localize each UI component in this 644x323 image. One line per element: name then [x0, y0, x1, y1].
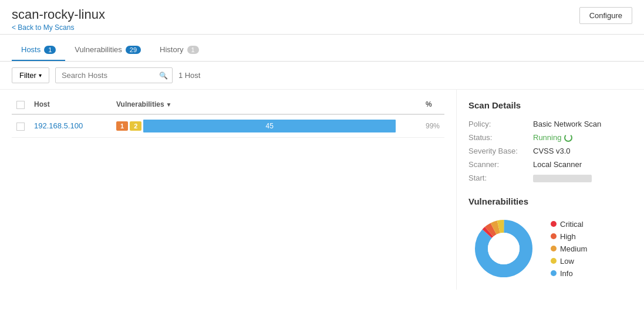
badge-medium: 2: [130, 121, 141, 131]
legend-dot-low: [551, 258, 557, 264]
legend-item-medium: Medium: [551, 244, 587, 253]
tab-hosts-badge: 1: [44, 46, 56, 54]
legend-dot-medium: [551, 246, 557, 251]
detail-value-start: [533, 171, 632, 185]
left-panel: Host Vulnerabilities ▼ % 192.168.5.100: [0, 90, 456, 290]
page-title: scan-rocky-linux: [12, 7, 105, 22]
back-link[interactable]: Back to My Scans: [12, 23, 105, 32]
legend-dot-critical: [551, 221, 557, 227]
detail-row-start: Start:: [468, 171, 632, 185]
table-row: 192.168.5.100 1 2 45 99%: [12, 114, 444, 138]
col-host-header: Host: [34, 100, 50, 108]
detail-label-policy: Policy:: [468, 117, 533, 131]
tab-vulnerabilities-badge: 29: [126, 46, 141, 54]
detail-row-policy: Policy: Basic Network Scan: [468, 117, 632, 131]
tab-hosts[interactable]: Hosts 1: [12, 39, 65, 61]
legend-dot-info: [551, 270, 557, 276]
vuln-section-title: Vulnerabilities: [468, 196, 632, 206]
tab-history[interactable]: History 1: [150, 39, 208, 61]
toolbar: Filter ▾ 🔍 1 Host: [0, 62, 644, 90]
filter-button[interactable]: Filter ▾: [12, 67, 49, 83]
legend: Critical High Medium Low Info: [551, 220, 587, 278]
legend-label-info: Info: [560, 269, 573, 278]
legend-label-medium: Medium: [560, 244, 587, 253]
top-header: scan-rocky-linux Back to My Scans Config…: [0, 0, 644, 35]
detail-value-scanner: Local Scanner: [533, 158, 632, 171]
legend-label-low: Low: [560, 257, 574, 266]
scan-details-title: Scan Details: [468, 100, 632, 110]
tab-history-badge: 1: [187, 46, 199, 54]
configure-button[interactable]: Configure: [579, 7, 632, 24]
donut-hole: [488, 233, 520, 264]
running-badge: Running: [533, 133, 572, 142]
legend-item-critical: Critical: [551, 220, 587, 229]
row-checkbox[interactable]: [16, 123, 25, 131]
hosts-table: Host Vulnerabilities ▼ % 192.168.5.100: [12, 96, 444, 138]
detail-row-scanner: Scanner: Local Scanner: [468, 158, 632, 171]
tabs-bar: Hosts 1 Vulnerabilities 29 History 1: [0, 39, 644, 62]
search-input[interactable]: [55, 67, 173, 83]
spin-icon: [564, 134, 572, 142]
tab-hosts-label: Hosts: [21, 45, 41, 54]
detail-row-status: Status: Running: [468, 131, 632, 144]
host-count: 1 Host: [178, 71, 201, 80]
detail-value-policy: Basic Network Scan: [533, 117, 632, 131]
detail-label-status: Status:: [468, 131, 533, 144]
legend-item-low: Low: [551, 257, 587, 266]
detail-value-severity: CVSS v3.0: [533, 144, 632, 158]
vuln-bar-container: 1 2 45: [116, 120, 416, 132]
start-blurred: [533, 175, 592, 182]
col-pct-header: %: [426, 100, 432, 108]
tab-vulnerabilities-label: Vulnerabilities: [75, 45, 122, 54]
legend-item-high: High: [551, 232, 587, 241]
legend-item-info: Info: [551, 269, 587, 278]
detail-label-start: Start:: [468, 171, 533, 185]
filter-chevron-icon: ▾: [39, 72, 42, 79]
right-panel: Scan Details Policy: Basic Network Scan …: [456, 90, 644, 290]
col-vuln-header: Vulnerabilities ▼: [116, 100, 416, 108]
badge-high: 1: [116, 121, 128, 131]
host-link[interactable]: 192.168.5.100: [34, 121, 83, 130]
search-box: 🔍: [55, 67, 173, 83]
tab-history-label: History: [160, 45, 183, 54]
detail-label-scanner: Scanner:: [468, 158, 533, 171]
legend-dot-high: [551, 233, 557, 239]
details-table: Policy: Basic Network Scan Status: Runni…: [468, 117, 632, 185]
filter-label: Filter: [19, 71, 36, 80]
search-icon: 🔍: [159, 72, 168, 80]
vuln-chart-area: Critical High Medium Low Info: [468, 213, 632, 284]
row-pct: 99%: [426, 122, 440, 130]
detail-row-severity: Severity Base: CVSS v3.0: [468, 144, 632, 158]
tab-vulnerabilities[interactable]: Vulnerabilities 29: [65, 39, 150, 61]
legend-label-high: High: [560, 232, 576, 241]
sort-arrow-icon: ▼: [166, 101, 172, 108]
donut-chart: [468, 213, 539, 284]
legend-label-critical: Critical: [560, 220, 584, 229]
bar-info: 45: [143, 120, 396, 132]
detail-value-status: Running: [533, 131, 632, 144]
main-layout: Host Vulnerabilities ▼ % 192.168.5.100: [0, 90, 644, 290]
select-all-checkbox[interactable]: [16, 101, 25, 109]
detail-label-severity: Severity Base:: [468, 144, 533, 158]
